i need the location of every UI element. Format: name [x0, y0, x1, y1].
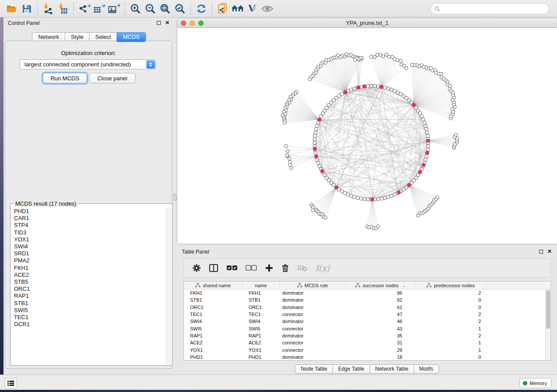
network-node[interactable]: [314, 131, 317, 134]
network-node[interactable]: [387, 195, 390, 199]
network-node[interactable]: [316, 161, 320, 165]
table-cell[interactable]: 62: [346, 297, 415, 303]
network-node[interactable]: [283, 121, 287, 124]
table-cell[interactable]: FKH1: [184, 290, 242, 296]
close-panel-button[interactable]: Close panel: [89, 73, 135, 83]
network-node[interactable]: [377, 225, 380, 228]
mcds-result-item[interactable]: TEC1: [11, 314, 166, 321]
mcds-hub-node[interactable]: [418, 170, 422, 174]
network-node[interactable]: [411, 63, 414, 67]
import-table-icon[interactable]: [55, 2, 70, 15]
network-node[interactable]: [385, 53, 388, 56]
network-node[interactable]: [366, 84, 370, 88]
mcds-hub-node[interactable]: [408, 183, 412, 187]
table-cell[interactable]: 1: [415, 347, 486, 353]
mcds-hub-node[interactable]: [313, 147, 317, 151]
run-mcds-button[interactable]: Run MCDS: [43, 73, 87, 83]
table-cell[interactable]: 29: [346, 347, 415, 353]
zoom-fit-icon[interactable]: [158, 2, 173, 15]
network-node[interactable]: [436, 196, 439, 199]
table-cell[interactable]: ORC1: [242, 305, 280, 310]
network-node[interactable]: [315, 124, 319, 127]
network-node[interactable]: [424, 158, 427, 162]
network-node[interactable]: [349, 194, 353, 198]
network-node[interactable]: [284, 144, 288, 148]
network-node[interactable]: [425, 155, 428, 158]
search-field[interactable]: [430, 3, 549, 14]
mcds-result-item[interactable]: RAP1: [11, 292, 166, 299]
table-cell[interactable]: 46: [346, 319, 415, 324]
mcds-result-item[interactable]: TID3: [11, 229, 166, 236]
network-node[interactable]: [380, 197, 383, 200]
show-columns-icon[interactable]: [205, 261, 222, 275]
network-node[interactable]: [391, 55, 394, 58]
table-cell[interactable]: connector: [280, 347, 346, 353]
table-row[interactable]: STB1STB1dominator620: [184, 296, 550, 303]
tab-mcds[interactable]: MCDS: [117, 32, 145, 42]
table-cell[interactable]: connector: [280, 340, 346, 345]
mcds-result-item[interactable]: GCR1: [11, 321, 166, 328]
network-node[interactable]: [288, 157, 291, 161]
network-node[interactable]: [373, 84, 377, 88]
mcds-hub-node[interactable]: [320, 169, 324, 173]
tab-edge-table[interactable]: Edge Table: [332, 364, 370, 374]
table-cell[interactable]: SWI4: [242, 319, 280, 324]
zoom-selected-icon[interactable]: [173, 2, 187, 15]
mcds-result-item[interactable]: ORC1: [11, 285, 166, 292]
network-node[interactable]: [353, 58, 357, 62]
network-node[interactable]: [425, 127, 428, 131]
mcds-result-item[interactable]: STB1: [11, 300, 166, 307]
mcds-result-item[interactable]: CAR1: [11, 215, 166, 222]
network-node[interactable]: [366, 198, 370, 201]
mcds-hub-node[interactable]: [356, 86, 360, 89]
table-cell[interactable]: 2: [415, 319, 486, 324]
table-cell[interactable]: 0: [415, 305, 486, 310]
table-cell[interactable]: dominator: [280, 319, 346, 324]
mcds-hub-node[interactable]: [397, 190, 401, 194]
table-row[interactable]: SWI4SWI4dominator462: [184, 318, 550, 325]
network-node[interactable]: [314, 151, 317, 155]
network-node[interactable]: [440, 76, 443, 79]
network-node[interactable]: [377, 197, 380, 201]
mcds-result-item[interactable]: PMA2: [11, 257, 166, 264]
mcds-hub-node[interactable]: [363, 85, 367, 89]
optimization-criterion-dropdown[interactable]: largest connected component (undirected): [20, 59, 156, 69]
mcds-hub-node[interactable]: [344, 90, 348, 94]
mcds-result-item[interactable]: YOX1: [11, 236, 166, 243]
network-node[interactable]: [313, 138, 316, 141]
function-builder-icon[interactable]: f(x): [311, 261, 334, 275]
network-window-titlebar[interactable]: YPA_prune.txt_1: [177, 18, 557, 28]
table-cell[interactable]: connector: [280, 326, 346, 331]
network-node[interactable]: [383, 196, 387, 199]
table-settings-gear-icon[interactable]: [188, 261, 205, 275]
table-cell[interactable]: 0: [415, 354, 486, 360]
tab-node-table[interactable]: Node Table: [295, 364, 333, 374]
table-cell[interactable]: STB1: [242, 297, 280, 303]
mcds-result-item[interactable]: SRD1: [11, 250, 166, 257]
table-cell[interactable]: STB1: [184, 297, 242, 303]
network-node[interactable]: [393, 193, 396, 196]
network-node[interactable]: [399, 59, 402, 62]
network-node[interactable]: [426, 144, 430, 148]
table-cell[interactable]: ORC1: [184, 305, 242, 310]
table-row[interactable]: ORC1ORC1dominator610: [184, 304, 550, 311]
table-cell[interactable]: PHD1: [242, 354, 280, 360]
network-node[interactable]: [424, 124, 427, 127]
network-node[interactable]: [379, 53, 382, 57]
table-cell[interactable]: TEC1: [242, 312, 280, 317]
mcds-hub-node[interactable]: [370, 198, 374, 202]
close-panel-icon[interactable]: ✕: [165, 21, 170, 25]
mcds-hub-node[interactable]: [422, 163, 426, 167]
network-view-canvas[interactable]: [177, 28, 557, 244]
mcds-list-scrollbar[interactable]: [166, 208, 172, 365]
table-row[interactable]: YOX1YOX1connector291: [184, 346, 550, 353]
close-panel-icon[interactable]: ✕: [547, 250, 552, 254]
add-column-icon[interactable]: [261, 261, 277, 275]
table-cell[interactable]: RAP1: [242, 333, 280, 338]
mcds-result-item[interactable]: STP4: [11, 222, 166, 229]
column-header-predecessor-nodes[interactable]: predecessor nodes: [415, 282, 486, 289]
mcds-result-item[interactable]: FKH1: [11, 265, 166, 272]
network-node[interactable]: [360, 197, 363, 200]
table-cell[interactable]: YOX1: [184, 347, 242, 353]
table-cell[interactable]: dominator: [280, 333, 346, 338]
